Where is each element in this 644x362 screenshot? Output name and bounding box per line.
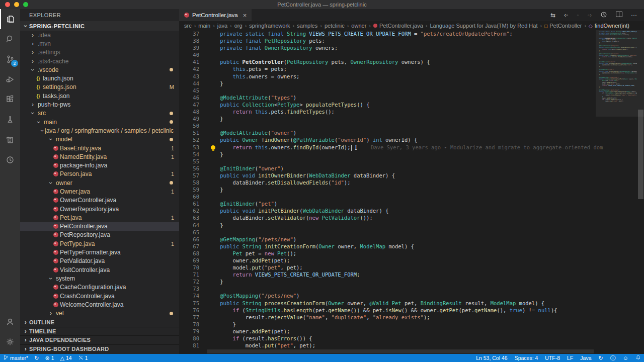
minimize-window-icon[interactable] (14, 2, 19, 7)
tree-item-welcomecontroller-java[interactable]: WelcomeController.java (20, 300, 179, 309)
lightbulb-icon[interactable] (210, 145, 216, 151)
testing-flask-icon[interactable] (0, 110, 20, 130)
maximize-window-icon[interactable] (23, 2, 28, 7)
feedback[interactable]: ☺ (623, 355, 628, 361)
breadcrumb-item[interactable]: PetController.java (373, 23, 423, 29)
tree-item-main[interactable]: ›main (20, 118, 179, 126)
line-number: 55 (179, 158, 199, 165)
run-debug-icon[interactable] (0, 69, 20, 89)
discard-change-icon[interactable]: ◦ (577, 12, 579, 19)
git-branch-status[interactable]: master* (3, 354, 28, 361)
tree-item-model[interactable]: ›model (20, 135, 179, 144)
problems-warnings[interactable]: △14 (60, 355, 71, 361)
close-window-icon[interactable] (5, 2, 10, 7)
compare-changes-icon[interactable]: ⇆ (550, 12, 555, 19)
indentation[interactable]: Spaces: 4 (515, 355, 538, 361)
horizontal-scrollbar[interactable] (207, 349, 594, 353)
breadcrumb-item[interactable]: □PetController (544, 23, 582, 29)
breadcrumb-item[interactable]: petclinic (325, 23, 345, 29)
tree-item--sts4-cache[interactable]: ›.sts4-cache (20, 57, 179, 65)
tree-item-pet-java[interactable]: Pet.java1 (20, 213, 179, 222)
explorer-icon[interactable] (0, 9, 20, 29)
line-number: 62 (179, 207, 199, 214)
tree-item-cacheconfiguration-java[interactable]: CacheConfiguration.java (20, 283, 179, 292)
close-tab-icon[interactable]: × (243, 12, 247, 19)
breadcrumb-item[interactable]: samples (297, 23, 317, 29)
notifications-bell[interactable] (635, 354, 641, 361)
tree-item--vscode[interactable]: ›.vscode (20, 65, 179, 74)
breadcrumb-item[interactable]: springframework (249, 23, 290, 29)
cursor-position[interactable]: Ln 53, Col 46 (476, 355, 507, 361)
sidebar-panel-timeline[interactable]: ›TIMELINE (20, 327, 179, 336)
extensions-icon[interactable] (0, 89, 20, 110)
tree-item-settings-json[interactable]: {}settings.jsonM (20, 83, 179, 92)
tree-item-visitcontroller-java[interactable]: VisitController.java (20, 265, 179, 274)
next-change-icon[interactable]: ◦› (588, 12, 592, 19)
code-area[interactable]: 37 private static final String VIEWS_PET… (179, 30, 644, 354)
tree-item-package-info-java[interactable]: package-info.java (20, 161, 179, 169)
java-file-icon (53, 241, 58, 246)
workspace-section-header[interactable]: › SPRING-PETCLINIC (20, 21, 179, 31)
problems-errors[interactable]: ⊗1 (45, 355, 54, 361)
search-icon[interactable] (0, 29, 20, 49)
tree-item-petvalidator-java[interactable]: PetValidator.java (20, 257, 179, 265)
tree-item-owner[interactable]: ›owner (20, 178, 179, 187)
tree-item-system[interactable]: ›system (20, 274, 179, 283)
tree-item--mvn[interactable]: ›.mvn (20, 39, 179, 48)
tree-item--settings[interactable]: ›.settings (20, 48, 179, 57)
tree-item-label: settings.json (43, 83, 76, 90)
tree-item-ownercontroller-java[interactable]: OwnerController.java (20, 196, 179, 205)
encoding[interactable]: UTF-8 (545, 355, 560, 361)
source-control-icon[interactable]: 2 (0, 49, 20, 69)
tree-item-petcontroller-java[interactable]: PetController.java (20, 222, 179, 231)
git-branch-icon (3, 354, 9, 361)
file-history-icon[interactable] (600, 11, 607, 20)
tree-item-src[interactable]: ›src (20, 109, 179, 118)
breadcrumb-item[interactable]: owner (351, 23, 366, 29)
tasks-status[interactable]: 1 (78, 355, 88, 361)
settings-gear-icon[interactable] (0, 332, 20, 352)
tab-petcontroller[interactable]: PetController.java × (179, 9, 252, 21)
breadcrumb-item[interactable]: src (184, 23, 192, 29)
tree-item-namedentity-java[interactable]: NamedEntity.java1 (20, 152, 179, 161)
sync-status[interactable]: ↻ (34, 355, 39, 361)
tree-item-petrepository-java[interactable]: PetRepository.java (20, 231, 179, 239)
java-file-icon (184, 13, 189, 18)
breadcrumb-item[interactable]: ◇findOwner(int) (589, 23, 629, 29)
breadcrumb-item[interactable]: java (217, 23, 227, 29)
eol[interactable]: LF (567, 355, 573, 361)
java-status[interactable]: ⓘ (610, 355, 616, 361)
account-icon[interactable] (0, 312, 20, 332)
breadcrumb-item[interactable]: org (234, 23, 243, 29)
sync-icon: ↻ (34, 355, 39, 361)
spring-dashboard-icon[interactable] (0, 130, 20, 150)
sidebar-panel-outline[interactable]: ›OUTLINE (20, 318, 179, 327)
breadcrumb-item[interactable]: main (198, 23, 210, 29)
tree-item-java-org-springframework-samples-petclinic[interactable]: ›java / org / springframework / samples … (20, 126, 179, 135)
language-server-sync[interactable]: ↻ (599, 355, 603, 361)
breadcrumb-item[interactable]: Language Support for Java(TM) by Red Hat (430, 23, 537, 29)
language-mode[interactable]: Java (580, 355, 591, 361)
tree-item-owner-java[interactable]: Owner.java1 (20, 187, 179, 196)
tree-item-vet[interactable]: ›vet (20, 309, 179, 318)
tree-item-launch-json[interactable]: {}launch.json (20, 74, 179, 82)
code-line-53: 53 return this.owners.findById(ownerId);… (179, 144, 644, 151)
split-editor-icon[interactable] (616, 12, 622, 19)
tree-item-crashcontroller-java[interactable]: CrashController.java (20, 292, 179, 300)
sidebar-panel-spring-boot-dashboard[interactable]: ›SPRING-BOOT DASHBOARD (20, 344, 179, 353)
tree-item-pettypeformatter-java[interactable]: PetTypeFormatter.java (20, 248, 179, 256)
tree-item-ownerrepository-java[interactable]: OwnerRepository.java (20, 205, 179, 213)
tree-item-baseentity-java[interactable]: BaseEntity.java1 (20, 144, 179, 152)
tree-item-person-java[interactable]: Person.java1 (20, 170, 179, 178)
line-number: 49 (179, 115, 199, 122)
clock-icon[interactable] (0, 150, 20, 170)
minimap[interactable]: private static final String VIEWS_PETS_C… (596, 31, 637, 102)
vertical-scrollbar[interactable] (638, 110, 643, 199)
more-actions-icon[interactable]: ··· (631, 12, 637, 19)
tree-item-pettype-java[interactable]: PetType.java1 (20, 239, 179, 248)
sidebar-panel-java-dependencies[interactable]: ›JAVA DEPENDENCIES (20, 335, 179, 344)
tree-item--idea[interactable]: ›.idea (20, 31, 179, 39)
previous-change-icon[interactable]: ‹◦ (564, 12, 568, 19)
tree-item-push-to-pws[interactable]: ›push-to-pws (20, 100, 179, 109)
tree-item-tasks-json[interactable]: {}tasks.json (20, 92, 179, 100)
